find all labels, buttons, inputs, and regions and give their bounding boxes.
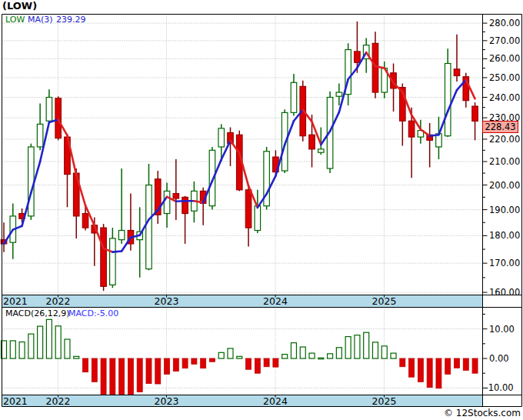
ma-line-segment [176, 201, 185, 202]
macd-bar [218, 352, 224, 358]
candle-body [182, 197, 188, 213]
ma-line-segment [112, 251, 122, 252]
macd-bar [255, 358, 260, 373]
price-tick-label: 280.00 [489, 18, 520, 28]
x-axis-year-label: 2021 [3, 395, 28, 407]
macd-bar [336, 348, 341, 358]
macd-bar [309, 353, 315, 358]
stock-chart-page: 2021202220232024202520212022202320242025… [0, 0, 523, 420]
price-tick-label: 190.00 [489, 205, 520, 215]
macd-bar [282, 355, 288, 358]
macd-bar [445, 358, 451, 374]
macd-bar [400, 358, 405, 367]
macd-bar [472, 358, 478, 373]
macd-bar [192, 358, 197, 364]
macd-bar [455, 358, 460, 368]
macd-bar [300, 347, 305, 358]
macd-tick-label: 0.00 [489, 353, 509, 364]
macd-tick-label: -10.00 [485, 382, 514, 393]
macd-bar [209, 358, 215, 362]
candle-body [336, 92, 342, 96]
candle-body [291, 82, 297, 112]
macd-bar [137, 358, 142, 392]
candle-body [55, 98, 62, 138]
candle-body [309, 135, 315, 149]
macd-bar [28, 334, 34, 358]
macd-bar [110, 358, 115, 395]
macd-bar [228, 348, 233, 358]
macd-bar [128, 358, 133, 395]
candle-body [110, 238, 116, 285]
macd-bar [237, 356, 242, 358]
macd-bar [318, 358, 324, 359]
macd-indicator-label: MACD(26,12,9) [5, 308, 70, 318]
copyright-watermark: © 12Stocks.com [444, 408, 521, 418]
macd-bar [355, 335, 360, 358]
candle-body [472, 106, 478, 121]
legend-ma-label: MA(3) [28, 15, 53, 25]
x-axis-band [2, 395, 483, 406]
macd-bar [273, 358, 278, 367]
macd-bar [372, 342, 378, 358]
macd-bar [463, 358, 468, 370]
candle-body [372, 43, 378, 92]
candle-body [318, 149, 325, 152]
price-tick-label: 240.00 [489, 92, 520, 103]
price-tick-label: 260.00 [489, 53, 520, 64]
macd-bar [101, 358, 106, 395]
legend-ma-value: 239.29 [56, 15, 86, 25]
candle-body [46, 98, 52, 122]
candle-body [146, 185, 152, 269]
candle-body [245, 190, 252, 228]
macd-bar [155, 358, 161, 384]
legend-symbol: LOW [5, 15, 25, 25]
candle-body [37, 124, 43, 147]
candle-body [454, 69, 460, 76]
candle-body [164, 191, 170, 213]
candle-body [445, 63, 451, 135]
candle-body [218, 128, 225, 147]
x-axis-band [2, 295, 483, 307]
macd-bar [74, 356, 79, 358]
macd-bar [436, 358, 441, 388]
macd-bar [38, 326, 43, 358]
chart-canvas: 2021202220232024202520212022202320242025… [0, 0, 523, 420]
page-title: (LOW) [2, 0, 37, 12]
macd-current-value: MACD:-5.00 [68, 308, 118, 318]
last-price-tag: 228.43 [482, 121, 518, 133]
candle-body [173, 194, 179, 198]
candle-body [118, 231, 125, 240]
macd-bar [55, 326, 61, 358]
macd-bar [264, 358, 269, 367]
price-tick-label: 250.00 [489, 72, 520, 83]
macd-bar [381, 346, 387, 358]
price-tick-label: 160.00 [489, 287, 520, 298]
price-tick-label: 210.00 [489, 156, 520, 167]
price-tick-label: 270.00 [489, 35, 520, 46]
macd-bar [291, 343, 296, 358]
macd-bar [173, 358, 178, 372]
macd-bar [364, 332, 369, 358]
candle-body [408, 121, 415, 137]
macd-bar [146, 358, 152, 384]
macd-bar [201, 358, 206, 368]
price-tick-label: 220.00 [489, 134, 520, 145]
macd-bar [19, 342, 25, 358]
macd-bar [345, 337, 351, 358]
macd-bar [10, 341, 15, 358]
candle-body [101, 228, 107, 286]
ma-line-segment [430, 135, 439, 135]
macd-bar [46, 319, 52, 358]
price-tick-label: 200.00 [489, 180, 520, 191]
macd-bar [92, 358, 97, 382]
x-axis-year-label: 2021 [3, 295, 28, 307]
macd-bar [418, 358, 423, 382]
macd-bar [65, 339, 70, 358]
macd-bar [328, 354, 333, 358]
macd-bar [391, 353, 396, 358]
candle-body [255, 206, 261, 231]
macd-bar [83, 358, 88, 372]
candle-body [82, 214, 88, 228]
candle-body [28, 147, 35, 216]
price-tick-label: 180.00 [489, 230, 520, 241]
